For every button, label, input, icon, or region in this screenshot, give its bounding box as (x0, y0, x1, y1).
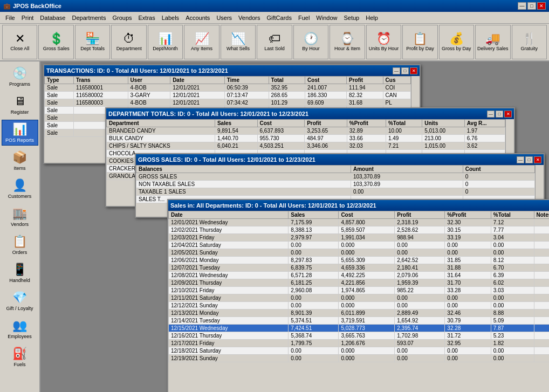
gross-by-day-icon: 💰 (449, 33, 464, 45)
programs-icon: 💿 (12, 66, 27, 80)
sidebar-item-gift-loyalty[interactable]: 💎Gift / Loyalty (2, 288, 38, 314)
sidebar-item-customers[interactable]: 👤Customers (2, 176, 38, 202)
any-items-label: Any Items (191, 46, 212, 52)
close-all-button[interactable]: ✕Close All (2, 25, 37, 59)
trans-col-date: Date (170, 77, 225, 84)
table-row[interactable]: 12/06/2021 Monday8,297.835,655.3092,642.… (169, 257, 550, 264)
table-row[interactable]: 12/14/2021 Tuesday5,374.513,719.5911,654… (169, 317, 550, 325)
table-row[interactable]: 12/01/2021 Wednesday7,175.994,857.8002,3… (169, 219, 550, 226)
gratuity-button[interactable]: 🍴Gratuity (512, 25, 547, 59)
table-row[interactable]: Sale1165800034-BOB12/01/202107:34:42101.… (45, 99, 411, 107)
menu-accounts[interactable]: Accounts (182, 13, 213, 22)
table-row[interactable]: BRANDED CANDY9,891.546,637.8933,253.6532… (107, 127, 505, 135)
menu-giftcards[interactable]: GiftCards (263, 13, 294, 22)
dept-month-button[interactable]: 📊Dept/Month (148, 25, 183, 59)
what-sells-button[interactable]: 📉What Sells (221, 25, 256, 59)
maximize-button[interactable]: □ (527, 2, 536, 10)
programs-label: Programs (9, 81, 30, 87)
vendors-icon: 🏬 (12, 207, 27, 221)
gross-sales-maximize[interactable]: □ (525, 156, 533, 163)
table-row[interactable]: BULK CANDY1,440.70955.730484.9733.661.49… (107, 135, 505, 142)
table-row[interactable]: 12/10/2021 Friday2,960.081,974.865985.22… (169, 287, 550, 294)
sidebar-item-vendors[interactable]: 🏬Vendors (2, 204, 38, 230)
sidebar-item-handheld[interactable]: 📱Handheld (2, 260, 38, 286)
dept-totals-minimize[interactable]: — (487, 111, 495, 118)
trans-col-user: User (128, 77, 170, 84)
menu-users[interactable]: Users (213, 13, 235, 22)
table-row[interactable]: 12/08/2021 Wednesday6,571.284,492.2252,0… (169, 272, 550, 279)
menu-database[interactable]: Database (37, 13, 68, 22)
sidebar-item-register[interactable]: 🖥Register (2, 92, 38, 118)
table-row[interactable]: 12/04/2021 Saturday0.000.0000.000.000.00 (169, 242, 550, 249)
handheld-icon: 📱 (12, 263, 27, 277)
profit-by-day-button[interactable]: 📋Profit by Day (402, 25, 437, 59)
by-hour-button[interactable]: 🕐By Hour (293, 25, 328, 59)
sidebar-item-fuels[interactable]: ⛽Fuels (2, 344, 38, 370)
transactions-maximize[interactable]: □ (401, 67, 409, 74)
dept-totals-button[interactable]: 🏪Dept Totals (75, 25, 110, 59)
table-row[interactable]: Sale1165800014-BOB12/01/202106:50:39352.… (45, 84, 411, 92)
transactions-titlebar[interactable]: TRANSACTIONS: ID: 0 - Total All Users: 1… (44, 65, 420, 76)
units-by-hour-button[interactable]: ⏰Units By Hour (366, 25, 401, 59)
dept-totals-icon: 🏪 (85, 33, 100, 45)
sales-by-day-titlebar[interactable]: Sales in: All Departments: ID: 0 - Total… (168, 200, 549, 211)
table-row[interactable]: Sale1165800023-GARY12/01/202107:13:47268… (45, 92, 411, 99)
department-button[interactable]: ⏱Department (111, 25, 146, 59)
gross-sales-minimize[interactable]: — (517, 156, 524, 163)
table-row[interactable]: 12/03/2021 Friday2,979.971,991.034988.94… (169, 234, 550, 242)
gross-sales-close[interactable]: ✕ (534, 156, 541, 163)
dept-col-department: Department (107, 120, 215, 127)
sidebar-item-programs[interactable]: 💿Programs (2, 64, 38, 90)
table-row[interactable]: 12/05/2021 Sunday0.000.0000.000.000.00 (169, 249, 550, 257)
table-row[interactable]: 12/11/2021 Saturday0.000.0000.000.000.00 (169, 294, 550, 302)
table-row[interactable]: 12/09/2021 Thursday6,181.254,221.8561,95… (169, 279, 550, 287)
menu-vendors[interactable]: Vendors (235, 13, 263, 22)
hour-item-button[interactable]: ⌚Hour & Item (330, 25, 365, 59)
sidebar-item-orders[interactable]: 📋Orders (2, 232, 38, 258)
table-row[interactable]: 12/13/2021 Monday8,901.396,011.8992,889.… (169, 310, 550, 317)
units-by-hour-label: Units By Hour (369, 46, 399, 52)
menu-groups[interactable]: Groups (109, 13, 135, 22)
sidebar-item-pos-reports[interactable]: 📊POS Reports (2, 120, 38, 146)
table-row[interactable]: 12/15/2021 Wednesday7,424.515,028.7732,3… (169, 325, 550, 332)
gross-by-day-button[interactable]: 💰Gross by Day (439, 25, 474, 59)
close-button[interactable]: ✕ (537, 2, 546, 10)
table-row[interactable]: 12/18/2021 Saturday0.000.0000.000.000.00 (169, 347, 550, 355)
delivery-sales-button[interactable]: 🚚Delivery Sales (475, 25, 510, 59)
table-row[interactable]: CHIPS / SALTY SNACKS6,040.214,503.2513,3… (107, 142, 505, 150)
dept-totals-close[interactable]: ✕ (504, 111, 512, 118)
table-row[interactable]: 12/02/2021 Thursday8,388.135,859.5072,52… (169, 226, 550, 234)
menu-fuel[interactable]: Fuel (295, 13, 313, 22)
table-row[interactable]: GROSS SALES103,370.890 (136, 173, 535, 181)
menu-departments[interactable]: Departments (68, 13, 109, 22)
app-title: JPOS BackOffice (13, 3, 61, 9)
table-row[interactable]: 12/17/2021 Friday1,799.751,206.676593.07… (169, 340, 550, 347)
transactions-minimize[interactable]: — (393, 67, 400, 74)
menu-file[interactable]: File (2, 13, 18, 22)
gross-sales-button[interactable]: 💲Gross Sales (38, 25, 73, 59)
dept-totals-maximize[interactable]: □ (496, 111, 503, 118)
sidebar-item-employees[interactable]: 👥Employees (2, 316, 38, 342)
gross-sales-titlebar[interactable]: GROSS SALES: ID: 0 - Total All Users: 12… (136, 154, 544, 165)
table-row[interactable]: 12/07/2021 Tuesday6,839.754,659.3362,180… (169, 264, 550, 272)
menu-window[interactable]: Window (313, 13, 340, 22)
menu-print[interactable]: Print (18, 13, 37, 22)
menu-labels[interactable]: Labels (159, 13, 182, 22)
menu-help[interactable]: Help (362, 13, 381, 22)
sidebar-item-items[interactable]: 📦Items (2, 148, 38, 174)
title-controls: — □ ✕ (518, 2, 546, 10)
table-row[interactable]: 12/16/2021 Thursday5,368.743,665.7631,70… (169, 332, 550, 340)
minimize-button[interactable]: — (518, 2, 526, 10)
transactions-close[interactable]: ✕ (410, 67, 417, 74)
gross-by-day-label: Gross by Day (442, 46, 471, 52)
table-row[interactable]: TAXABLE 1 SALES0.000 (136, 188, 535, 196)
last-sold-button[interactable]: 🏷Last Sold (257, 25, 292, 59)
dept-totals-titlebar[interactable]: DEPARTMENT TOTALS: ID: 0 - Total All Use… (106, 108, 514, 119)
any-items-button[interactable]: 📈Any Items (184, 25, 219, 59)
table-row[interactable]: NON TAXABLE SALES103,370.890 (136, 181, 535, 188)
menu-extras[interactable]: Extras (135, 13, 159, 22)
table-row[interactable]: 12/19/2021 Sunday0.000.0000.000.000.00 (169, 355, 550, 362)
menu-setup[interactable]: Setup (340, 13, 362, 22)
table-row[interactable]: 12/12/2021 Sunday0.000.0000.000.000.00 (169, 302, 550, 310)
sidebar: 💿Programs🖥Register📊POS Reports📦Items👤Cus… (0, 61, 40, 392)
